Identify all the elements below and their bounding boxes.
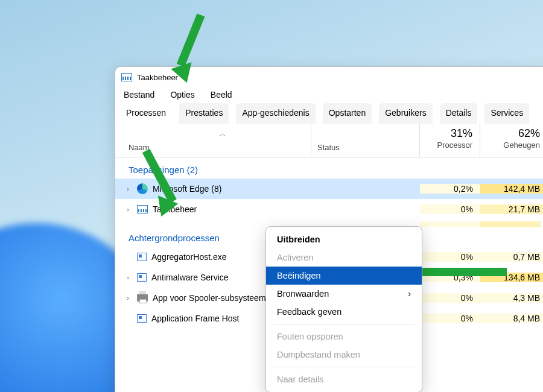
menu-options[interactable]: Opties bbox=[170, 90, 194, 100]
chevron-right-icon[interactable]: › bbox=[124, 274, 132, 281]
mi-feedback[interactable]: Feedback geven bbox=[266, 303, 422, 321]
chevron-right-icon[interactable]: › bbox=[124, 294, 132, 302]
cell-mem: 142,4 MB bbox=[480, 184, 543, 194]
chevron-right-icon[interactable]: › bbox=[124, 185, 132, 192]
cell-mem: 0,7 MB bbox=[480, 252, 543, 262]
context-menu: Uitbreiden Activeren Beëindigen Bronwaar… bbox=[265, 226, 422, 392]
column-headers: ︿ Naam Status 31% Processor 62% Geheugen bbox=[115, 124, 543, 157]
group-apps-heading: Toepassingen (2) bbox=[115, 157, 543, 179]
mi-values[interactable]: Bronwaarden › bbox=[266, 285, 422, 303]
cell-cpu: 0% bbox=[420, 204, 480, 214]
row-taakbeheer[interactable]: › Taakbeheer 0% 21,7 MB bbox=[115, 199, 543, 220]
menu-separator bbox=[273, 367, 414, 367]
tab-app-geschiedenis[interactable]: App-geschiedenis bbox=[236, 103, 315, 124]
printer-icon bbox=[137, 294, 148, 302]
mi-details: Naar details bbox=[266, 370, 422, 388]
mi-end-task[interactable]: Beëindigen bbox=[266, 267, 422, 285]
menu-file[interactable]: Bestand bbox=[124, 90, 154, 100]
exe-icon bbox=[137, 314, 147, 323]
mi-debug: Fouten opsporen bbox=[266, 327, 422, 346]
col-header-cpu[interactable]: 31% Processor bbox=[420, 124, 480, 157]
menu-view[interactable]: Beeld bbox=[211, 90, 232, 100]
process-name: AggregatorHost.exe bbox=[151, 252, 227, 262]
tab-prestaties[interactable]: Prestaties bbox=[179, 103, 229, 124]
exe-icon bbox=[137, 253, 147, 261]
exe-icon bbox=[137, 273, 147, 282]
mi-expand[interactable]: Uitbreiden bbox=[266, 230, 422, 248]
cell-cpu: 0,2% bbox=[420, 184, 480, 194]
col-header-mem[interactable]: 62% Geheugen bbox=[480, 124, 543, 157]
cell-cpu: 0% bbox=[420, 252, 480, 262]
task-manager-icon bbox=[121, 73, 132, 81]
process-name: App voor Spooler-subsysteem bbox=[153, 293, 266, 303]
process-name: Application Frame Host bbox=[151, 314, 240, 323]
sort-chevron-icon[interactable]: ︿ bbox=[219, 129, 311, 139]
task-manager-icon bbox=[137, 205, 148, 213]
col-header-status[interactable]: Status bbox=[311, 124, 420, 157]
cell-cpu: 0% bbox=[420, 314, 480, 323]
tab-details[interactable]: Details bbox=[440, 103, 478, 124]
tab-gebruikers[interactable]: Gebruikers bbox=[379, 103, 432, 124]
mi-dump: Dumpbestand maken bbox=[266, 346, 422, 364]
menubar: Bestand Opties Beeld bbox=[115, 87, 543, 103]
row-microsoft-edge[interactable]: › Microsoft Edge (8) 0,2% 142,4 MB bbox=[115, 179, 543, 199]
chevron-right-icon: › bbox=[408, 289, 411, 299]
tab-processen[interactable]: Processen bbox=[120, 103, 172, 124]
edge-icon bbox=[137, 183, 148, 194]
window-title: Taakbeheer bbox=[137, 73, 178, 82]
tabstrip: Processen Prestaties App-geschiedenis Op… bbox=[115, 103, 543, 124]
cell-mem: 8,4 MB bbox=[480, 314, 543, 323]
cell-cpu: 0% bbox=[420, 293, 480, 303]
mi-activate: Activeren bbox=[266, 248, 422, 267]
process-name: Antimalware Service bbox=[151, 273, 229, 282]
tab-services[interactable]: Services bbox=[484, 103, 529, 124]
menu-separator bbox=[273, 324, 414, 324]
tab-opstarten[interactable]: Opstarten bbox=[323, 103, 372, 124]
chevron-right-icon[interactable]: › bbox=[124, 206, 132, 213]
cell-mem: 21,7 MB bbox=[480, 204, 543, 214]
cell-mem: 4,3 MB bbox=[480, 293, 543, 303]
